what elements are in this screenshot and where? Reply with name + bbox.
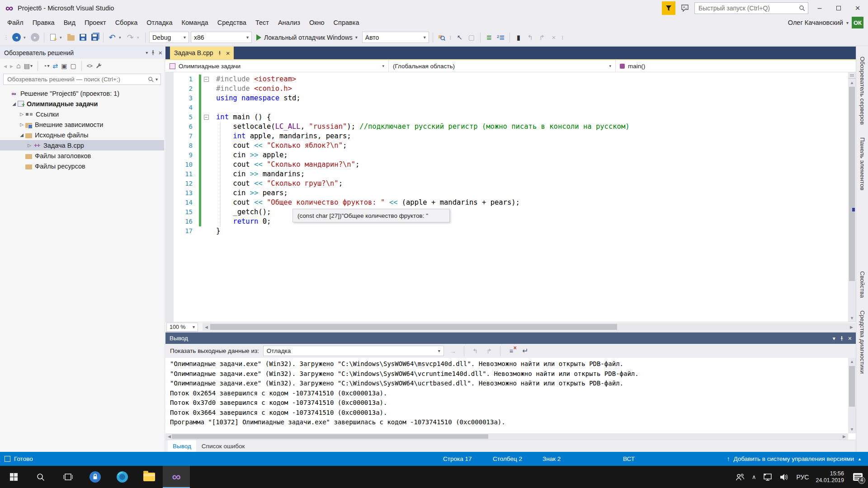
project-dropdown[interactable]: Олимпиадные задачи ▾ — [165, 60, 389, 72]
redo-button[interactable]: ↷ — [125, 32, 135, 43]
code-line-5[interactable]: 5–int main () { — [174, 113, 848, 122]
navigate-back-dropdown-icon[interactable]: ▾ — [24, 35, 28, 40]
member-dropdown[interactable]: main() — [616, 60, 856, 72]
tree-item-resource-files[interactable]: Файлы ресурсов — [0, 161, 164, 171]
taskbar-search-button[interactable] — [27, 466, 54, 488]
close-panel-icon[interactable]: × — [158, 49, 162, 56]
editor-vertical-scrollbar[interactable]: ▲ ▼ — [848, 72, 856, 322]
account-name[interactable]: Олег Качановский — [788, 19, 843, 26]
open-file-button[interactable] — [66, 32, 76, 43]
tree-item-external-dependencies[interactable]: ▷Внешние зависимости — [0, 119, 164, 130]
back-icon[interactable]: ◂ — [4, 62, 7, 70]
people-icon[interactable] — [735, 473, 745, 481]
code-line-8[interactable]: 8 cout << "Сколько яблок?\n"; — [174, 141, 848, 150]
code-line-6[interactable]: 6 setlocale(LC_ALL, "russian"); //подклю… — [174, 122, 848, 131]
menu-item[interactable]: Анализ — [274, 17, 305, 28]
collapse-region-icon[interactable]: – — [203, 77, 210, 82]
undo-button[interactable]: ↶ — [107, 32, 117, 43]
code-line-16[interactable]: 16 return 0; — [174, 217, 848, 226]
goto-source-icon[interactable]: → — [448, 346, 458, 356]
menu-item[interactable]: Файл — [3, 17, 28, 28]
scope-dropdown[interactable]: (Глобальная область) ▾ — [389, 60, 616, 72]
code-line-15[interactable]: 15 _getch(); — [174, 207, 848, 217]
pin-icon[interactable] — [840, 336, 844, 341]
clear-bookmarks-button[interactable]: × — [549, 32, 559, 43]
language-indicator[interactable]: РУС — [796, 474, 809, 481]
avatar[interactable]: ОК — [852, 17, 863, 28]
action-center-button[interactable]: 4 — [851, 470, 864, 484]
menu-item[interactable]: Средства — [213, 17, 251, 28]
solution-search-box[interactable]: ▾ — [3, 74, 161, 85]
feedback-button[interactable] — [679, 2, 691, 14]
sync-with-active-document-icon[interactable]: ⇄ — [53, 62, 58, 70]
new-file-dropdown-icon[interactable]: ▾ — [60, 35, 64, 40]
format-lines-button[interactable]: ≣ — [484, 32, 494, 43]
lock-app-button[interactable] — [81, 466, 108, 488]
minimize-button[interactable]: – — [812, 2, 827, 14]
watch-mode-select[interactable]: Авто▾ — [362, 32, 429, 43]
task-view-button[interactable] — [54, 466, 81, 488]
show-hidden-icons-icon[interactable]: ∧ — [752, 474, 756, 480]
visual-studio-taskbar-button[interactable]: ∞ — [163, 466, 190, 488]
close-panel-icon[interactable]: × — [848, 335, 852, 342]
collapse-all-icon[interactable]: ▣ — [61, 62, 67, 70]
redo-dropdown-icon[interactable]: ▾ — [137, 35, 142, 40]
window-position-icon[interactable]: ▾ — [833, 335, 835, 342]
scroll-up-icon[interactable]: ▲ — [848, 79, 856, 86]
menu-item[interactable]: Команда — [177, 17, 213, 28]
add-to-source-control-button[interactable]: Добавить в систему управления версиями — [733, 455, 854, 462]
scroll-right-icon[interactable]: ▶ — [840, 433, 848, 440]
expand-icon[interactable]: ▲ — [858, 457, 862, 461]
window-position-icon[interactable]: ▾ — [146, 50, 148, 55]
code-line-14[interactable]: 14 cout << "Общее количество фруктов: " … — [174, 198, 848, 207]
quick-launch-box[interactable] — [694, 2, 808, 14]
output-vertical-scrollbar[interactable]: ▲ ▼ — [848, 358, 856, 433]
word-wrap-icon[interactable]: ↵ — [520, 346, 530, 356]
pin-icon[interactable] — [217, 51, 222, 56]
vertical-tab-2[interactable]: Панель элементов — [859, 132, 866, 196]
code-line-1[interactable]: 1–#include <iostream> — [174, 75, 848, 84]
scroll-right-icon[interactable]: ▶ — [848, 323, 855, 331]
navigate-back-button[interactable]: ◂ — [11, 32, 22, 43]
split-editor-grip[interactable] — [848, 72, 856, 79]
view-code-icon[interactable]: <> — [87, 63, 92, 69]
new-file-button[interactable] — [48, 32, 58, 43]
pending-changes-filter-icon[interactable]: ◔▾ — [43, 62, 50, 70]
editor-horizontal-scrollbar[interactable]: ◀ ▶ — [203, 323, 855, 331]
expander-icon[interactable]: ▷ — [26, 143, 33, 148]
platform-select[interactable]: x86▾ — [191, 32, 252, 43]
switch-views-icon[interactable]: ▤▾ — [24, 62, 33, 70]
menu-item[interactable]: Правка — [28, 17, 59, 28]
code-line-4[interactable]: 4 — [174, 103, 848, 113]
previous-message-icon[interactable]: ↰ — [470, 346, 480, 356]
output-text[interactable]: "Олимпиадные задачи.exe" (Win32). Загруж… — [165, 358, 856, 433]
code-line-10[interactable]: 10 cout << "Сколько мандарин?\n"; — [174, 160, 848, 169]
home-icon[interactable]: ⌂ — [16, 62, 21, 70]
menu-item[interactable]: Проект — [80, 17, 111, 28]
code-line-12[interactable]: 12 cout << "Сколько груш?\n"; — [174, 179, 848, 188]
expander-icon[interactable]: ▷ — [18, 112, 25, 117]
filter-button[interactable] — [662, 1, 675, 15]
bookmark-button[interactable]: ▮ — [514, 32, 524, 43]
format-indent-button[interactable]: ²≣ — [496, 32, 506, 43]
scrollbar-thumb[interactable] — [210, 324, 617, 330]
toolbar-overflow-icon[interactable]: ⋮ — [448, 35, 453, 40]
zoom-select[interactable]: 100 %▾ — [166, 323, 198, 332]
configuration-select[interactable]: Debug▾ — [149, 32, 189, 43]
code-line-13[interactable]: 13 cin >> pears; — [174, 188, 848, 198]
scroll-down-icon[interactable]: ▼ — [848, 426, 856, 433]
search-options-icon[interactable]: ▾ — [156, 77, 158, 82]
menu-item[interactable]: Тест — [251, 17, 274, 28]
scrollbar-thumb[interactable] — [172, 434, 488, 439]
output-source-select[interactable]: Отладка ▾ — [263, 346, 444, 356]
menu-item[interactable]: Вид — [59, 17, 80, 28]
code-line-2[interactable]: 2#include <conio.h> — [174, 84, 848, 94]
tree-item-file-zadacha-b-cpp[interactable]: ▷Задача B.cpp — [0, 140, 164, 150]
account-dropdown-icon[interactable]: ▾ — [846, 20, 849, 25]
clear-all-icon[interactable]: ≡ — [506, 346, 516, 356]
toolbar-grip[interactable]: ⋮ — [2, 34, 9, 41]
tree-item-header-files[interactable]: Файлы заголовков — [0, 150, 164, 161]
menu-item[interactable]: Справка — [329, 17, 364, 28]
clock[interactable]: 15:56 24.01.2019 — [816, 470, 844, 484]
expander-icon[interactable]: ◢ — [10, 101, 18, 106]
